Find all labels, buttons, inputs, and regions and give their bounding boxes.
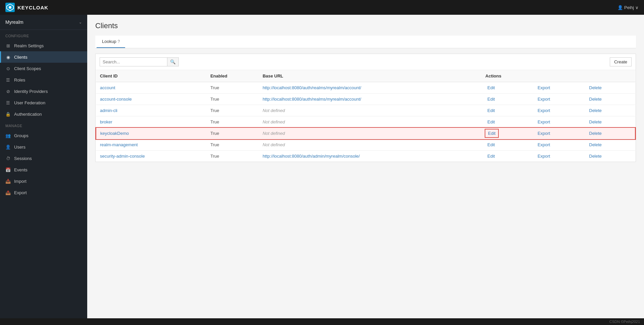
cell-client-id: realm-management bbox=[96, 139, 206, 151]
cell-client-id: account bbox=[96, 82, 206, 94]
sidebar-item-identity-providers[interactable]: ⊘ Identity Providers bbox=[0, 86, 87, 97]
base-url-not-defined: Not defined bbox=[263, 131, 285, 136]
sidebar-item-users[interactable]: 👤 Users bbox=[0, 141, 87, 153]
edit-button[interactable]: Edit bbox=[485, 142, 497, 148]
sidebar-item-user-federation[interactable]: ☰ User Federation bbox=[0, 97, 87, 108]
col-delete bbox=[583, 70, 635, 82]
sidebar-item-label: Clients bbox=[14, 55, 28, 60]
delete-button[interactable]: Delete bbox=[587, 119, 604, 125]
cell-base-url: http://localhost:8080/auth/realms/myreal… bbox=[259, 82, 481, 94]
sidebar-item-label: Identity Providers bbox=[14, 89, 48, 94]
cell-base-url: http://localhost:8080/auth/admin/myrealm… bbox=[259, 151, 481, 162]
sidebar-item-label: User Federation bbox=[14, 100, 45, 105]
sidebar-item-authentication[interactable]: 🔒 Authentication bbox=[0, 108, 87, 120]
table-row: accountTruehttp://localhost:8080/auth/re… bbox=[96, 82, 635, 94]
edit-button[interactable]: Edit bbox=[485, 96, 497, 102]
sidebar-item-client-scopes[interactable]: ⊙ Client Scopes bbox=[0, 63, 87, 74]
identity-providers-icon: ⊘ bbox=[5, 89, 11, 94]
cell-enabled: True bbox=[206, 151, 259, 162]
create-button[interactable]: Create bbox=[610, 57, 632, 66]
sidebar-item-roles[interactable]: ☰ Roles bbox=[0, 74, 87, 86]
sidebar-item-export[interactable]: 📤 Export bbox=[0, 187, 87, 198]
delete-button[interactable]: Delete bbox=[587, 130, 604, 137]
brand-text: KEYCLOAK bbox=[17, 5, 48, 10]
realm-selector[interactable]: Myrealm ⌄ bbox=[0, 15, 87, 30]
sidebar-item-realm-settings[interactable]: ⊞ Realm Settings bbox=[0, 40, 87, 51]
delete-button[interactable]: Delete bbox=[587, 96, 604, 102]
cell-enabled: True bbox=[206, 82, 259, 94]
sidebar-item-sessions[interactable]: ⏱ Sessions bbox=[0, 153, 87, 164]
base-url-link[interactable]: http://localhost:8080/auth/realms/myreal… bbox=[263, 97, 361, 102]
client-id-link[interactable]: keycloakDemo bbox=[100, 131, 129, 136]
client-id-link[interactable]: account bbox=[100, 85, 115, 90]
client-id-link[interactable]: admin-cli bbox=[100, 108, 117, 113]
roles-icon: ☰ bbox=[5, 77, 11, 83]
user-federation-icon: ☰ bbox=[5, 100, 11, 105]
cell-delete: Delete bbox=[583, 94, 635, 105]
export-button[interactable]: Export bbox=[536, 142, 552, 148]
table-row: admin-cliTrueNot definedEditExportDelete bbox=[96, 105, 635, 116]
sidebar-item-clients[interactable]: ◉ Clients bbox=[0, 51, 87, 63]
delete-button[interactable]: Delete bbox=[587, 107, 604, 114]
clients-table-container: 🔍 Create Client ID Enabled Base URL Acti… bbox=[95, 54, 636, 162]
cell-enabled: True bbox=[206, 116, 259, 128]
base-url-link[interactable]: http://localhost:8080/auth/admin/myrealm… bbox=[263, 154, 360, 159]
cell-base-url: Not defined bbox=[259, 128, 481, 139]
groups-icon: 👥 bbox=[5, 133, 11, 138]
delete-button[interactable]: Delete bbox=[587, 85, 604, 91]
tab-lookup[interactable]: Lookup ? bbox=[97, 36, 125, 48]
sidebar-item-events[interactable]: 📅 Events bbox=[0, 164, 87, 175]
sidebar-item-import[interactable]: 📥 Import bbox=[0, 175, 87, 187]
export-button[interactable]: Export bbox=[536, 119, 552, 125]
footer-text: CSDN ©Peihj2021 bbox=[609, 320, 640, 324]
user-chevron-icon: ∨ bbox=[635, 5, 639, 10]
export-button[interactable]: Export bbox=[536, 107, 552, 114]
export-button[interactable]: Export bbox=[536, 85, 552, 91]
base-url-link[interactable]: http://localhost:8080/auth/realms/myreal… bbox=[263, 85, 361, 90]
edit-button[interactable]: Edit bbox=[485, 119, 497, 125]
client-id-link[interactable]: realm-management bbox=[100, 142, 138, 147]
client-id-link[interactable]: security-admin-console bbox=[100, 154, 145, 159]
cell-base-url: http://localhost:8080/auth/realms/myreal… bbox=[259, 94, 481, 105]
sidebar-item-groups[interactable]: 👥 Groups bbox=[0, 130, 87, 141]
col-client-id: Client ID bbox=[96, 70, 206, 82]
base-url-not-defined: Not defined bbox=[263, 119, 285, 124]
username: Peihj bbox=[624, 5, 634, 10]
manage-section-label: Manage bbox=[0, 120, 87, 130]
col-enabled: Enabled bbox=[206, 70, 259, 82]
user-menu[interactable]: 👤 Peihj ∨ bbox=[618, 5, 639, 10]
cell-client-id: keycloakDemo bbox=[96, 128, 206, 139]
client-id-link[interactable]: broker bbox=[100, 119, 112, 124]
cell-export: Export bbox=[532, 116, 583, 128]
edit-button[interactable]: Edit bbox=[485, 107, 497, 114]
delete-button[interactable]: Delete bbox=[587, 142, 604, 148]
edit-button[interactable]: Edit bbox=[485, 85, 497, 91]
edit-button[interactable]: Edit bbox=[485, 153, 497, 159]
export-button[interactable]: Export bbox=[536, 153, 552, 159]
export-button[interactable]: Export bbox=[536, 130, 552, 137]
client-id-link[interactable]: account-console bbox=[100, 97, 132, 102]
export-button[interactable]: Export bbox=[536, 96, 552, 102]
sessions-icon: ⏱ bbox=[5, 156, 11, 161]
tab-lookup-help-icon[interactable]: ? bbox=[118, 39, 120, 44]
cell-edit: Edit bbox=[481, 139, 532, 151]
keycloak-logo-icon bbox=[5, 3, 15, 12]
cell-client-id: broker bbox=[96, 116, 206, 128]
table-row: keycloakDemoTrueNot definedEditExportDel… bbox=[96, 128, 635, 139]
import-icon: 📥 bbox=[5, 178, 11, 184]
search-button[interactable]: 🔍 bbox=[167, 58, 178, 66]
cell-delete: Delete bbox=[583, 151, 635, 162]
content-area: Clients Lookup ? 🔍 Create Client ID Ena bbox=[87, 15, 644, 318]
client-scopes-icon: ⊙ bbox=[5, 66, 11, 71]
events-icon: 📅 bbox=[5, 167, 11, 172]
export-icon: 📤 bbox=[5, 190, 11, 195]
sidebar-item-label: Roles bbox=[14, 77, 25, 83]
edit-button[interactable]: Edit bbox=[485, 129, 498, 137]
table-row: account-consoleTruehttp://localhost:8080… bbox=[96, 94, 635, 105]
authentication-icon: 🔒 bbox=[5, 111, 11, 117]
delete-button[interactable]: Delete bbox=[587, 153, 604, 159]
col-actions: Actions bbox=[481, 70, 532, 82]
sidebar-item-label: Import bbox=[14, 179, 26, 184]
search-input[interactable] bbox=[100, 58, 167, 66]
cell-client-id: security-admin-console bbox=[96, 151, 206, 162]
